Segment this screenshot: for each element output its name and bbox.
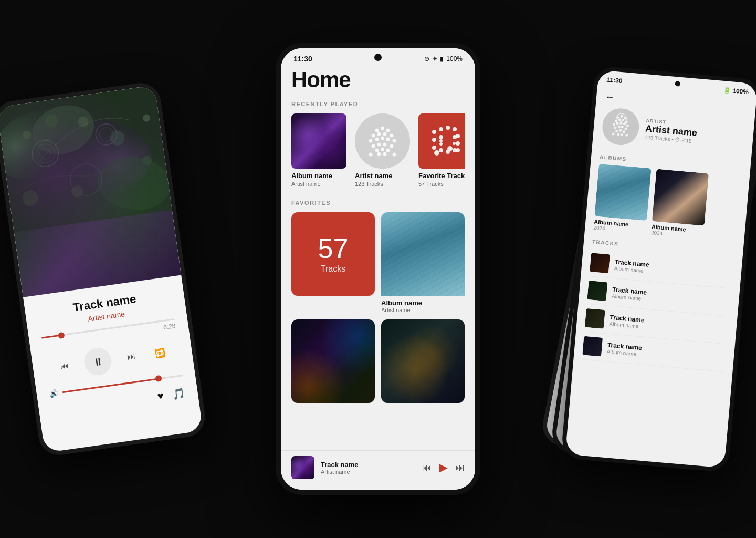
svg-point-73 [439,135,443,139]
rp-artist-sub: 123 Tracks [355,181,410,187]
fav-album-info: Album name Artist name [381,296,465,313]
rp-album-sub: Artist name [291,181,346,187]
second-row-item-2[interactable] [381,319,465,403]
airplane-icon: ✈ [432,55,437,63]
svg-point-81 [434,150,439,156]
svg-point-47 [372,134,375,138]
svg-point-16 [71,185,84,198]
svg-point-24 [618,118,621,121]
page-title: Home [291,67,465,92]
svg-point-70 [453,127,457,131]
svg-point-32 [614,127,616,129]
svg-point-63 [369,153,373,157]
artist-dot-pattern [601,107,640,147]
player-controls: ⏮ ▶ ⏭ [422,461,465,474]
svg-point-1 [0,97,86,192]
svg-point-67 [432,130,436,134]
svg-point-59 [390,144,394,148]
svg-point-80 [456,148,460,152]
rp-thumb-artist [355,113,410,169]
svg-rect-43 [355,113,410,169]
center-phone-inner: 11:30 ⊖ ✈ ▮ 100% Home RECENTLY PLAYED Al… [281,48,475,490]
right-track-info-2: Track name Album name [612,286,647,302]
favorite-button[interactable]: ♥ [156,390,164,403]
prev-button[interactable]: ⏮ [54,356,76,377]
svg-point-3 [26,98,100,162]
svg-point-57 [377,143,381,147]
second-row-grid [291,319,465,403]
player-info: Track name Artist name [321,461,416,475]
next-button[interactable]: ⏭ [121,346,142,368]
pause-button[interactable]: ⏸ [82,346,113,377]
svg-point-66 [393,153,396,157]
svg-point-34 [621,126,624,128]
right-phone: 11:30 🔋 100% ← [561,65,756,472]
svg-point-38 [623,130,625,133]
svg-point-25 [622,119,624,121]
fav-item-tracks[interactable]: 57 Tracks [291,212,375,296]
right-artist-info: ARTIST Artist name 123 Tracks • ⏱ 8:18 [644,118,746,148]
svg-point-37 [619,129,622,131]
right-track-thumb-3 [585,308,605,329]
player-next-button[interactable]: ⏭ [455,462,465,473]
right-tracks-list: Track name Album name Track name Album n… [573,248,742,373]
svg-point-39 [612,132,614,135]
svg-point-51 [369,139,373,143]
right-track-info-3: Track name Album name [609,313,645,329]
playlist-button[interactable]: 🎵 [171,387,186,401]
center-camera-notch [374,54,382,61]
rp-item-favorites[interactable]: Favorite Tracks 57 Tracks [418,113,465,187]
repeat-button[interactable]: 🔁 [150,342,171,364]
svg-point-84 [439,139,443,142]
left-phone: Track name Artist name 6:28 ⏮ ⏸ ⏭ 🔁 🔊 ♥ … [0,80,208,458]
left-phone-album-art [0,85,181,297]
rp-album-name: Album name [291,172,346,180]
home-content: Home RECENTLY PLAYED Album name Artist n… [281,67,475,445]
svg-point-2 [45,118,153,195]
right-artist-avatar [601,107,640,147]
rp-artist-name: Artist name [355,172,410,180]
svg-point-11 [22,130,32,140]
svg-point-36 [615,130,618,132]
svg-point-7 [39,147,52,160]
player-prev-button[interactable]: ⏮ [422,462,432,473]
fav-label: Tracks [321,264,345,274]
svg-point-77 [439,148,443,152]
svg-point-75 [456,141,460,146]
fav-album-art [381,212,465,296]
svg-point-83 [439,142,443,146]
rp-thumb-favorites [418,113,465,169]
rp-item-album[interactable]: Album name Artist name [291,113,346,187]
svg-point-41 [620,133,623,136]
second-row-item-1[interactable] [291,319,375,403]
svg-point-31 [626,125,629,127]
svg-point-12 [44,114,58,128]
right-album-item[interactable]: Album name 2024 [593,164,652,235]
svg-point-29 [620,121,622,124]
rp-item-artist[interactable]: Artist name 123 Tracks [355,113,410,187]
svg-point-50 [390,134,394,138]
svg-point-17 [22,189,39,207]
player-track-name: Track name [321,461,416,469]
fav-album-artist: Artist name [381,307,465,313]
svg-point-72 [432,138,436,142]
svg-point-49 [383,132,387,136]
center-status-time: 11:30 [293,55,312,63]
right-status-time: 11:30 [606,76,623,85]
fav-item-album[interactable]: Album name Artist name [381,212,465,313]
svg-point-61 [381,148,384,151]
svg-point-60 [375,149,379,152]
rp-thumb-album [291,113,346,169]
svg-point-33 [618,125,621,128]
favorites-label: FAVORITES [291,200,465,206]
svg-point-46 [386,129,390,132]
right-album-item-2[interactable]: Album name 2024 [651,169,709,240]
svg-point-48 [377,132,381,136]
player-play-button[interactable]: ▶ [439,461,448,474]
rp-favorites-icon [426,121,465,161]
rp-artist-dot-svg [355,113,410,169]
player-thumb [291,456,314,479]
right-track-thumb-4 [582,336,603,357]
recently-played-label: RECENTLY PLAYED [291,101,465,107]
svg-point-9 [99,127,114,142]
